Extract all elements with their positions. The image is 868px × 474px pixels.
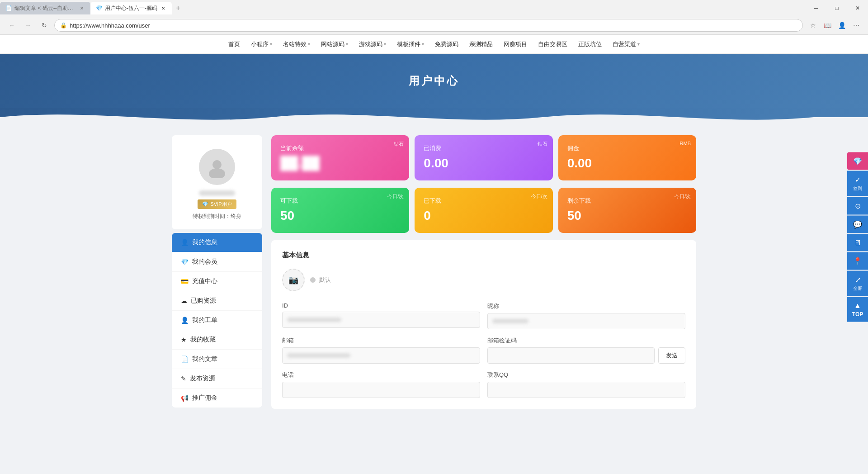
- float-wechat-button[interactable]: 💬: [847, 216, 868, 233]
- nav-official[interactable]: 正版坑位: [574, 35, 606, 54]
- tab-1[interactable]: 📄 编辑文章 < 码云--自助购买资源... ✕: [0, 2, 90, 14]
- float-checkin-button[interactable]: ✓ 签到: [847, 171, 868, 196]
- float-diamond-button[interactable]: 💎: [847, 152, 868, 170]
- sidebar-item-publish[interactable]: ✎ 发布资源: [172, 369, 262, 389]
- my-info-icon: 👤: [181, 239, 189, 246]
- send-verify-button[interactable]: 发送: [658, 347, 685, 364]
- browser-controls: ← → ↻ 🔒 https://www.hhhhaaa.com/user ☆ 📖…: [0, 16, 868, 34]
- phone-input[interactable]: [282, 382, 480, 398]
- svg-point-1: [209, 168, 225, 178]
- vip-label: SVIP用户: [210, 201, 231, 208]
- nav-free[interactable]: 免费源码: [430, 35, 463, 54]
- articles-label: 我的文章: [192, 355, 217, 363]
- diamond-icon: 💎: [853, 157, 862, 166]
- nav-trade[interactable]: 自由交易区: [533, 35, 572, 54]
- downloaded-label: 已下载: [424, 197, 543, 205]
- favorites-label: 我的收藏: [190, 336, 216, 344]
- promote-icon: 📢: [181, 394, 189, 402]
- svg-point-0: [212, 160, 222, 169]
- nav-effects[interactable]: 名站特效 ▾: [278, 35, 315, 54]
- site-navigation: 首页 小程序 ▾ 名站特效 ▾ 网站源码 ▾ 游戏源码 ▾ 模板插件 ▾ 免费源…: [0, 35, 868, 54]
- back-button[interactable]: ←: [5, 19, 18, 32]
- sidebar-item-orders[interactable]: 👤 我的工单: [172, 311, 262, 330]
- forward-button[interactable]: →: [22, 19, 34, 32]
- fullscreen-icon: ⤢: [855, 275, 861, 284]
- nav-channel[interactable]: 自营渠道 ▾: [608, 35, 644, 54]
- favorites-icon[interactable]: ☆: [807, 19, 819, 32]
- read-icon[interactable]: 📖: [821, 19, 834, 32]
- reload-button[interactable]: ↻: [38, 19, 51, 32]
- float-circle-button[interactable]: ⊙: [847, 197, 868, 215]
- more-icon[interactable]: ⋯: [850, 19, 863, 32]
- stat-card-remaining: 今日/次 剩余下载 50: [558, 188, 696, 233]
- nav-quality[interactable]: 亲测精品: [465, 35, 497, 54]
- nav-miniapp-label: 小程序: [251, 40, 269, 48]
- url-text: https://www.hhhhaaa.com/user: [70, 22, 797, 29]
- tab-bar: 📄 编辑文章 < 码云--自助购买资源... ✕ 💎 用户中心-伍六一-源码 ✕…: [0, 0, 868, 16]
- qq-label: 联系QQ: [487, 371, 685, 379]
- new-tab-button[interactable]: +: [172, 2, 184, 14]
- tab-2-title: 用户中心-伍六一-源码: [105, 5, 157, 12]
- form-group-nickname: 昵称: [487, 302, 685, 329]
- basic-info-form: ID 昵称 邮箱: [282, 302, 685, 398]
- nav-earn[interactable]: 网赚项目: [499, 35, 532, 54]
- address-bar[interactable]: 🔒 https://www.hhhhaaa.com/user: [54, 19, 803, 32]
- float-desktop-button[interactable]: 🖥: [847, 234, 868, 251]
- float-fullscreen-button[interactable]: ⤢ 全屏: [847, 271, 868, 296]
- float-location-button[interactable]: 📍: [847, 252, 868, 270]
- my-info-label: 我的信息: [192, 238, 217, 246]
- sidebar-item-articles[interactable]: 📄 我的文章: [172, 350, 262, 369]
- commission-label: 佣金: [567, 144, 687, 152]
- vip-badge: 💎 SVIP用户: [198, 199, 236, 209]
- balance-label: 当前余额: [280, 144, 400, 152]
- balance-value: ██.██: [280, 156, 400, 171]
- stats-grid-top: 钻石 当前余额 ██.██ 钻石 已消费 0.00 RMB 佣金 0.00: [271, 135, 696, 180]
- sidebar-item-recharge[interactable]: 💳 充值中心: [172, 272, 262, 291]
- nav-website-source-label: 网站源码: [321, 40, 344, 48]
- nav-game-arrow: ▾: [384, 42, 386, 47]
- main-content: 💎 SVIP用户 特权到期时间：终身 👤 我的信息 💎 我的会员 💳 充值中心: [163, 126, 705, 418]
- nav-free-label: 免费源码: [435, 40, 458, 48]
- nav-templates[interactable]: 模板插件 ▾: [392, 35, 429, 54]
- avatar-default-label: 默认: [319, 276, 331, 284]
- downloaded-value: 0: [424, 209, 543, 223]
- tab-2[interactable]: 💎 用户中心-伍六一-源码 ✕: [90, 2, 172, 14]
- id-field-display: [282, 312, 480, 328]
- tab-1-close[interactable]: ✕: [79, 5, 85, 11]
- nickname-value-blurred: [492, 319, 528, 323]
- circle-icon: ⊙: [855, 202, 861, 210]
- maximize-button[interactable]: □: [826, 0, 847, 16]
- profile-icon[interactable]: 👤: [835, 19, 848, 32]
- sidebar-item-purchased[interactable]: ☁ 已购资源: [172, 291, 262, 311]
- nav-home[interactable]: 首页: [224, 35, 245, 54]
- consumed-label: 已消费: [424, 144, 543, 152]
- lock-icon: 🔒: [60, 22, 67, 28]
- minimize-button[interactable]: ─: [806, 0, 826, 16]
- nav-official-label: 正版坑位: [578, 40, 602, 48]
- sidebar-item-my-vip[interactable]: 💎 我的会员: [172, 252, 262, 272]
- avatar-status-dot: [310, 277, 316, 283]
- email-verify-input[interactable]: [487, 347, 655, 364]
- top-arrow-icon: ▲: [854, 302, 861, 310]
- tab-2-close[interactable]: ✕: [160, 5, 166, 11]
- close-button[interactable]: ✕: [847, 0, 868, 16]
- sidebar-item-my-info[interactable]: 👤 我的信息: [172, 233, 262, 252]
- avatar-upload-button[interactable]: 📷: [282, 269, 305, 291]
- sidebar: 💎 SVIP用户 特权到期时间：终身 👤 我的信息 💎 我的会员 💳 充值中心: [172, 135, 262, 409]
- form-group-email: 邮箱: [282, 337, 480, 364]
- avatar: [199, 149, 235, 185]
- wechat-icon: 💬: [853, 220, 862, 229]
- float-top-button[interactable]: ▲ TOP: [847, 297, 868, 322]
- nav-website-source[interactable]: 网站源码 ▾: [316, 35, 353, 54]
- nav-miniapp[interactable]: 小程序 ▾: [246, 35, 277, 54]
- email-label: 邮箱: [282, 337, 480, 345]
- sidebar-item-promote[interactable]: 📢 推广佣金: [172, 389, 262, 408]
- tab-2-favicon: 💎: [96, 5, 102, 11]
- wave-svg: [0, 108, 868, 126]
- sidebar-item-favorites[interactable]: ★ 我的收藏: [172, 330, 262, 350]
- sidebar-menu: 👤 我的信息 💎 我的会员 💳 充值中心 ☁ 已购资源 👤 我的工单: [172, 233, 262, 408]
- qq-input[interactable]: [487, 382, 685, 398]
- form-group-phone: 电话: [282, 371, 480, 398]
- recharge-icon: 💳: [181, 278, 189, 285]
- nav-game-source[interactable]: 游戏源码 ▾: [354, 35, 391, 54]
